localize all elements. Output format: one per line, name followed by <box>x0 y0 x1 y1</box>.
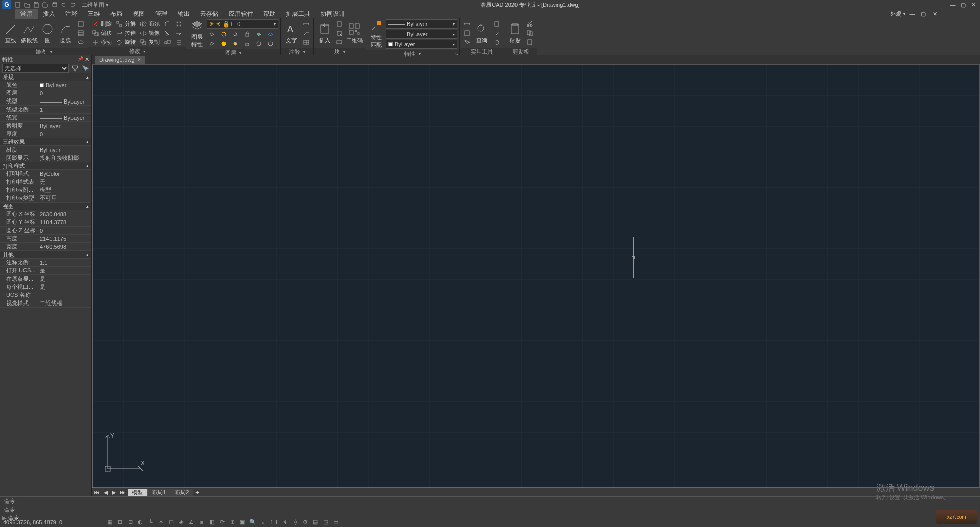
rect-button[interactable] <box>76 20 86 29</box>
prop-row[interactable]: UCS 名称 <box>0 291 91 299</box>
prop-row[interactable]: 颜色ByLayer <box>0 81 91 89</box>
clean-icon[interactable]: ▭ <box>331 518 340 526</box>
dynamic-icon[interactable]: ◐ <box>136 518 145 526</box>
coordinates[interactable]: 4096.3726, 865.4879, 0 <box>3 519 100 525</box>
trim-button[interactable] <box>162 29 173 37</box>
layout-prev-button[interactable]: ◀ <box>102 489 110 496</box>
prop-group-header[interactable]: 打印样式▴ <box>0 162 91 170</box>
panel-layer-label[interactable]: 图层▾ <box>186 49 280 56</box>
layer-thaw-button[interactable] <box>230 39 240 48</box>
otrack-icon[interactable]: ∠ <box>187 518 196 526</box>
recover-button[interactable] <box>492 38 502 47</box>
layer-prev-button[interactable] <box>207 39 217 48</box>
infer-icon[interactable]: ⊡ <box>126 518 135 526</box>
tab-3d[interactable]: 三维 <box>83 9 105 19</box>
layer-unlock-button[interactable] <box>242 39 252 48</box>
osnap-icon[interactable]: ◻ <box>166 518 176 526</box>
block-attr-button[interactable] <box>334 38 345 47</box>
prop-row[interactable]: 圆心 Z 坐标0 <box>0 227 91 235</box>
prop-row[interactable]: 高度2141.1175 <box>0 235 91 243</box>
quick-select-icon[interactable] <box>71 64 79 72</box>
block-edit-button[interactable] <box>334 29 345 38</box>
layer-dropdown[interactable]: ☀ ☀ 🔓 0▾ <box>207 19 278 29</box>
insert-button[interactable]: 插入 <box>316 19 333 47</box>
layer-walk-button[interactable] <box>265 30 276 38</box>
layout-tab-1[interactable]: 布局1 <box>148 489 170 496</box>
stretch-button[interactable]: 拉伸 <box>114 29 137 37</box>
boolean-button[interactable]: 布尔 <box>138 19 161 28</box>
rotate-button[interactable]: 旋转 <box>114 38 137 46</box>
prop-row[interactable]: 打印样式表无 <box>0 178 91 186</box>
tab-apps[interactable]: 应用软件 <box>224 9 258 19</box>
app-icon[interactable]: G <box>2 0 11 9</box>
transparency-icon[interactable]: ◧ <box>207 518 216 526</box>
paste-button[interactable]: 粘贴 <box>506 19 524 47</box>
prop-row[interactable]: 圆心 Y 坐标1184.3778 <box>0 218 91 227</box>
annovis-icon[interactable]: ⟠ <box>290 518 300 526</box>
audit-button[interactable] <box>492 29 502 38</box>
tab-annotation[interactable]: 注释 <box>60 9 83 19</box>
prop-row[interactable]: 线宽———— ByLayer <box>0 114 91 122</box>
layer-freeze-button[interactable] <box>218 30 229 38</box>
document-tab[interactable]: Drawing1.dwg✕ <box>95 56 145 64</box>
tab-insert[interactable]: 插入 <box>38 9 60 19</box>
tab-help[interactable]: 帮助 <box>258 9 281 19</box>
tab-collab[interactable]: 协同设计 <box>315 9 350 19</box>
3dosnap-icon[interactable]: ◈ <box>177 518 186 526</box>
annoauto-icon[interactable]: ↯ <box>280 518 289 526</box>
dimension-button[interactable] <box>301 20 311 29</box>
doc-minimize-button[interactable]: — <box>908 10 917 17</box>
text-button[interactable]: A文字 <box>283 19 300 47</box>
dynmode-icon[interactable]: ⊕ <box>228 518 237 526</box>
calc-button[interactable] <box>462 29 472 38</box>
minimize-button[interactable]: — <box>948 1 958 8</box>
move-button[interactable]: 移动 <box>90 38 113 46</box>
prop-row[interactable]: 宽度4760.5698 <box>0 243 91 251</box>
tab-cloud[interactable]: 云存储 <box>195 9 224 19</box>
tab-layout[interactable]: 布局 <box>105 9 128 19</box>
magnify-icon[interactable]: 🔍 <box>248 518 257 526</box>
table-button[interactable] <box>301 38 311 47</box>
annoscale-icon[interactable]: ⟁ <box>258 518 267 526</box>
prop-row[interactable]: 视觉样式二维线框 <box>0 299 91 308</box>
prop-row[interactable]: 线型比例1 <box>0 106 91 114</box>
layer-delete-button[interactable] <box>265 39 276 48</box>
layer-lock-button[interactable] <box>242 30 252 38</box>
prop-row[interactable]: 线型———— ByLayer <box>0 97 91 106</box>
appearance-label[interactable]: 外观 <box>890 10 901 18</box>
close-button[interactable]: ✕ <box>969 1 978 8</box>
doc-restore-button[interactable]: ▢ <box>919 10 928 17</box>
layer-match-button[interactable] <box>254 30 264 38</box>
color-dropdown[interactable]: ——— ByLayer▾ <box>386 19 457 29</box>
copy-button[interactable]: 复制 <box>138 38 161 46</box>
prop-row[interactable]: 注释比例1:1 <box>0 259 91 267</box>
panel-properties-label[interactable]: 特性▾↘ <box>365 50 459 57</box>
ws-icon[interactable]: ⚙ <box>301 518 310 526</box>
match-props-button[interactable]: 特性 匹配 <box>368 20 385 48</box>
circle-button[interactable]: 圆 <box>39 19 56 47</box>
select-button[interactable] <box>462 38 472 47</box>
undo-icon[interactable] <box>60 1 67 8</box>
grid-icon[interactable]: ▦ <box>105 518 114 526</box>
workspace-dropdown[interactable]: 二维草图 ▾ <box>79 1 112 9</box>
prop-row[interactable]: 阴影显示投射和接收阴影 <box>0 154 91 162</box>
tab-common[interactable]: 常用 <box>15 9 38 19</box>
fillet-button[interactable] <box>162 19 173 28</box>
lwt-icon[interactable]: ≡ <box>197 518 206 526</box>
layer-merge-button[interactable] <box>254 39 264 48</box>
prop-row[interactable]: 圆心 X 坐标2630.0488 <box>0 210 91 218</box>
cut-button[interactable] <box>525 20 535 29</box>
selection-dropdown[interactable]: 无选择 <box>2 64 69 73</box>
paste-special-button[interactable] <box>525 38 535 47</box>
layout-first-button[interactable]: ⏮ <box>92 489 102 495</box>
maximize-button[interactable]: ▢ <box>959 1 968 8</box>
prop-row[interactable]: 打印样式ByColor <box>0 170 91 178</box>
layout-next-button[interactable]: ▶ <box>110 489 118 496</box>
panel-block-label[interactable]: 块▾ <box>314 48 365 55</box>
tab-view[interactable]: 视图 <box>128 9 150 19</box>
layer-iso-button[interactable] <box>207 30 217 38</box>
cycle-icon[interactable]: ⟳ <box>217 518 227 526</box>
tab-manage[interactable]: 管理 <box>150 9 173 19</box>
extend-button[interactable] <box>174 29 184 37</box>
layout-tab-2[interactable]: 布局2 <box>170 489 193 496</box>
